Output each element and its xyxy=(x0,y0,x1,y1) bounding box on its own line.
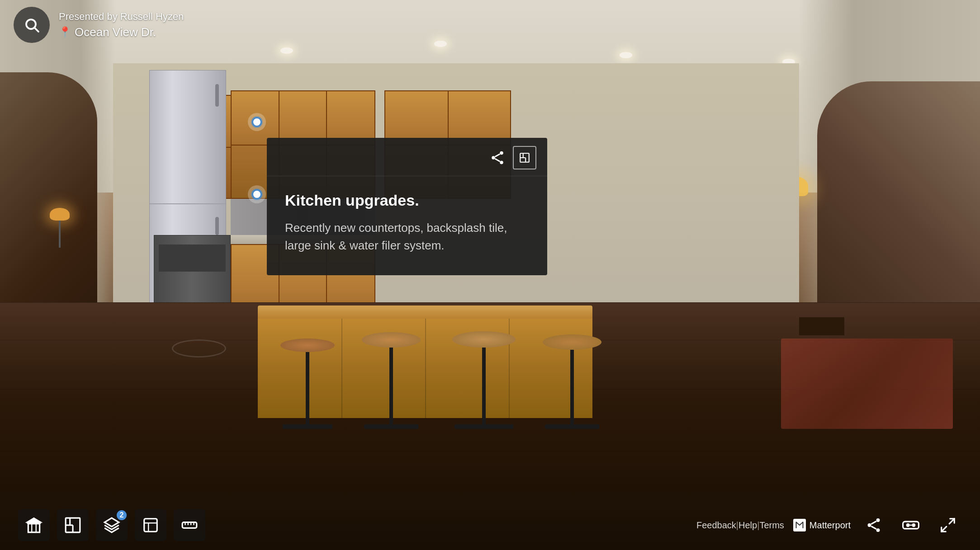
bottom-right-tools: Feedback | Help | Terms Matterport xyxy=(696,511,962,539)
floor-decal xyxy=(172,339,226,357)
location-pin-icon: 📍 xyxy=(59,26,71,38)
svg-line-1 xyxy=(35,28,38,32)
share-bottom-icon xyxy=(865,517,882,534)
panel-toolbar xyxy=(267,138,547,176)
layers-badge: 2 xyxy=(117,510,127,520)
svg-line-31 xyxy=(871,526,876,529)
feedback-link[interactable]: Feedback xyxy=(696,520,736,531)
hotspot-2[interactable] xyxy=(248,185,266,203)
matterport-logo: Matterport xyxy=(793,519,851,531)
svg-point-27 xyxy=(876,518,880,522)
svg-rect-12 xyxy=(32,524,36,532)
svg-line-37 xyxy=(942,526,947,531)
wall-lamp xyxy=(50,208,70,248)
vr-button[interactable] xyxy=(897,511,925,539)
floorplan-icon xyxy=(519,152,530,164)
presented-by-label: Presented by Russell Hyzen xyxy=(59,11,184,23)
svg-point-2 xyxy=(500,151,503,155)
info-icon xyxy=(142,517,159,534)
bottom-toolbar: 2 Feed xyxy=(0,500,980,550)
search-icon xyxy=(24,17,40,33)
panel-content: Kitchen upgrades. Recently new counterto… xyxy=(267,176,547,275)
svg-line-30 xyxy=(871,521,876,524)
svg-rect-19 xyxy=(144,519,157,532)
hotspot-1[interactable] xyxy=(248,113,266,131)
floorplan-nav-icon xyxy=(64,517,81,534)
header: Presented by Russell Hyzen 📍 Ocean View … xyxy=(0,0,980,50)
svg-point-4 xyxy=(500,161,503,165)
fullscreen-icon xyxy=(939,517,956,534)
panel-share-button[interactable] xyxy=(489,150,506,166)
matterport-text: Matterport xyxy=(810,520,851,531)
search-button[interactable] xyxy=(14,7,50,43)
matterport-logo-icon xyxy=(793,519,806,531)
svg-point-29 xyxy=(876,528,880,532)
share-bottom-button[interactable] xyxy=(860,511,888,539)
svg-marker-18 xyxy=(104,518,119,526)
info-button[interactable] xyxy=(135,509,166,541)
share-icon xyxy=(489,150,506,166)
fullscreen-button[interactable] xyxy=(934,511,962,539)
svg-point-34 xyxy=(912,523,915,527)
ceiling-light xyxy=(620,52,632,58)
svg-rect-11 xyxy=(28,524,39,532)
island-countertop xyxy=(258,306,592,319)
panel-description: Recently new countertops, backsplash til… xyxy=(285,219,529,254)
svg-point-33 xyxy=(906,523,910,527)
panel-title: Kitchen upgrades. xyxy=(285,192,529,209)
svg-rect-22 xyxy=(182,522,197,528)
area-rug xyxy=(781,338,953,429)
vr-icon xyxy=(902,517,919,534)
bottom-left-tools: 2 xyxy=(18,509,205,541)
location-row: 📍 Ocean View Dr. xyxy=(59,25,184,39)
help-link[interactable]: Help xyxy=(739,520,757,531)
matterport-m-icon xyxy=(795,521,804,530)
measure-button[interactable] xyxy=(174,509,205,541)
svg-point-3 xyxy=(492,156,495,160)
svg-line-36 xyxy=(949,519,954,524)
bar-stool-4 xyxy=(543,334,601,429)
measure-icon xyxy=(181,517,198,534)
bar-stool-3 xyxy=(452,331,516,429)
footer-links: Feedback | Help | Terms xyxy=(696,520,784,531)
svg-line-5 xyxy=(495,154,500,157)
layers-icon xyxy=(103,517,120,534)
svg-point-28 xyxy=(868,523,871,527)
dollhouse-button[interactable] xyxy=(18,509,50,541)
info-panel: Kitchen upgrades. Recently new counterto… xyxy=(267,138,547,275)
panel-floorplan-button[interactable] xyxy=(513,146,536,169)
location-text: Ocean View Dr. xyxy=(75,25,156,39)
terms-link[interactable]: Terms xyxy=(759,520,784,531)
bar-stool-1 xyxy=(280,338,335,429)
svg-line-6 xyxy=(495,159,500,161)
bar-stool-2 xyxy=(362,332,421,429)
layers-button[interactable]: 2 xyxy=(96,509,128,541)
floorplan-button[interactable] xyxy=(57,509,89,541)
header-info: Presented by Russell Hyzen 📍 Ocean View … xyxy=(59,11,184,39)
side-table xyxy=(799,317,844,335)
dollhouse-icon xyxy=(25,517,43,534)
